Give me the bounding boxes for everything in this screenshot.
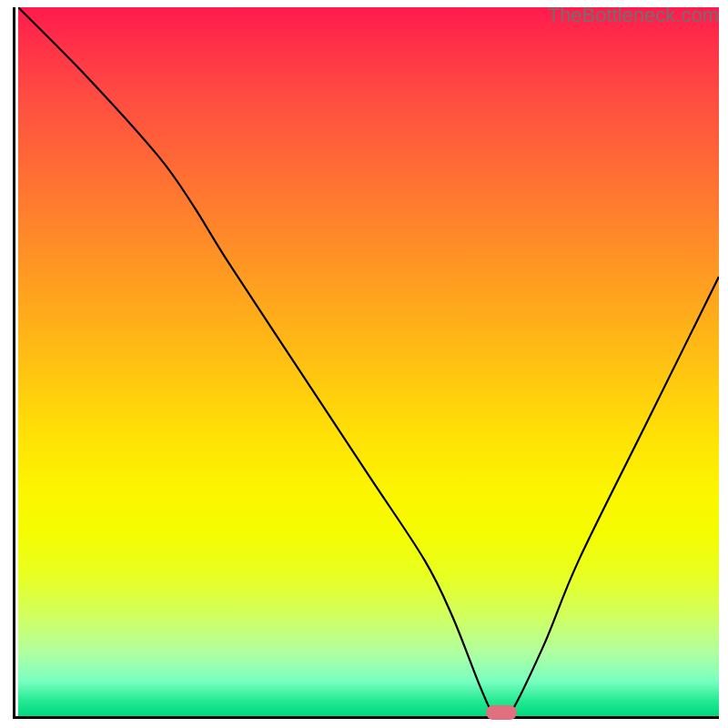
watermark-text: TheBottleneck.com <box>548 4 719 27</box>
chart-plot-area <box>13 7 719 719</box>
chart-curve-line <box>18 7 719 716</box>
chart-minimum-marker <box>486 705 517 720</box>
chart-curve-svg <box>18 7 719 716</box>
